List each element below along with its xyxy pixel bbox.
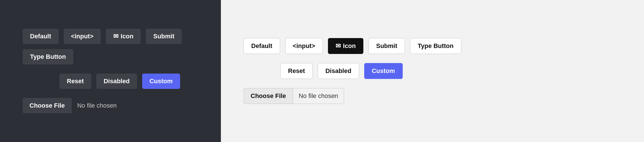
light-custom-button[interactable]: Custom (364, 63, 403, 79)
dark-row1: Default <input> ✉ Icon Submit Type Butto… (23, 29, 198, 64)
dark-icon-button[interactable]: ✉ Icon (106, 29, 141, 44)
light-input-button[interactable]: <input> (285, 38, 323, 54)
light-icon-button[interactable]: ✉ Icon (328, 38, 363, 54)
light-row2: Reset Disabled Custom (244, 63, 621, 79)
dark-file-row: Choose File No file chosen (23, 98, 198, 113)
light-reset-button[interactable]: Reset (280, 63, 313, 79)
mail-icon: ✉ (113, 33, 118, 40)
dark-choose-file-button[interactable]: Choose File (23, 98, 72, 113)
light-type-button-button[interactable]: Type Button (410, 38, 461, 54)
light-choose-file-button[interactable]: Choose File (244, 88, 293, 104)
light-submit-button[interactable]: Submit (368, 38, 405, 54)
dark-reset-button[interactable]: Reset (59, 74, 91, 89)
dark-input-button[interactable]: <input> (64, 29, 101, 44)
light-disabled-button[interactable]: Disabled (318, 63, 359, 79)
mail-icon-light: ✉ (336, 42, 341, 50)
dark-submit-button[interactable]: Submit (146, 29, 182, 44)
dark-panel: Default <input> ✉ Icon Submit Type Butto… (0, 0, 221, 142)
light-panel: Default <input> ✉ Icon Submit Type Butto… (221, 0, 644, 142)
dark-file-input: Choose File No file chosen (23, 98, 122, 113)
dark-type-button-button[interactable]: Type Button (23, 49, 73, 64)
icon-label: Icon (121, 33, 133, 40)
icon-label-light: Icon (343, 42, 356, 50)
dark-no-file-label: No file chosen (72, 98, 122, 113)
light-no-file-label: No file chosen (293, 88, 344, 104)
light-file-row: Choose File No file chosen (244, 88, 621, 104)
dark-custom-button[interactable]: Custom (142, 74, 180, 89)
light-row1: Default <input> ✉ Icon Submit Type Butto… (244, 38, 621, 54)
light-file-input: Choose File No file chosen (244, 88, 344, 104)
dark-row2: Reset Disabled Custom (23, 74, 198, 89)
light-default-button[interactable]: Default (244, 38, 280, 54)
dark-disabled-button[interactable]: Disabled (96, 74, 137, 89)
dark-default-button[interactable]: Default (23, 29, 59, 44)
